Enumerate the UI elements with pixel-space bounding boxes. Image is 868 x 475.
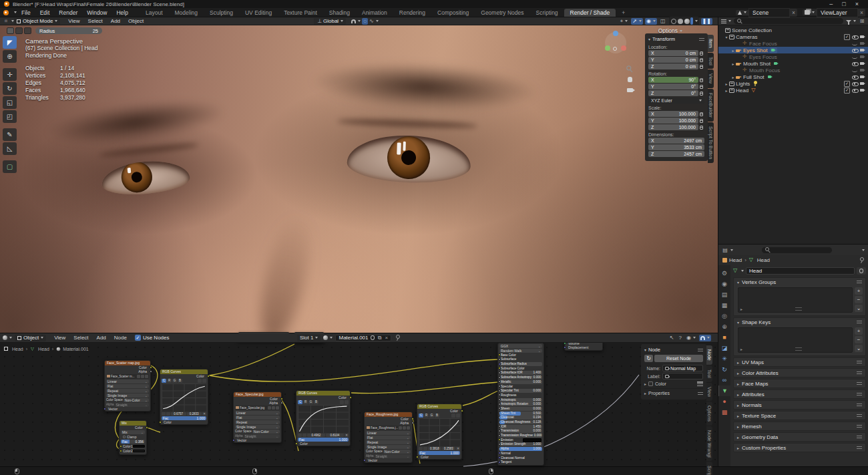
color-output-socket[interactable]: Color (417, 409, 461, 413)
tool-move[interactable]: ✛ (3, 68, 17, 81)
node-sidebar-tab[interactable]: Node (706, 345, 712, 365)
render-visibility-toggle[interactable] (859, 81, 866, 87)
tab-particles[interactable]: ✳ (718, 353, 730, 364)
node-header[interactable]: Face_Specular.jpg (234, 392, 281, 397)
workspace-tab[interactable]: Compositing (431, 9, 475, 17)
tab-scene[interactable]: ◎ (718, 311, 730, 321)
lock-icon[interactable] (700, 53, 703, 55)
viewlayer-selector[interactable]: ViewLayer × (803, 8, 865, 17)
hide-eye-toggle[interactable] (851, 74, 858, 80)
outliner-item-label[interactable]: Full Shot (743, 74, 765, 80)
bsdf-input-row[interactable]: Anisotropic 0.000 (499, 398, 542, 402)
channel-c-button[interactable]: C (298, 400, 302, 404)
node-header[interactable]: RGB Curves (296, 391, 350, 395)
extension-dropdown[interactable]: Repeat⌄ (366, 440, 411, 444)
lock-icon[interactable] (700, 59, 703, 62)
channel-g-button[interactable]: G (308, 400, 313, 404)
properties-search[interactable] (762, 247, 832, 253)
blend-mode-dropdown[interactable]: Mix⌄ (121, 430, 145, 434)
outliner-row[interactable]: ▸ Lights (718, 80, 868, 87)
color-checkbox[interactable] (648, 381, 653, 386)
viewlayer-unlink-button[interactable]: × (858, 9, 865, 17)
properties-panel[interactable]: Remesh (733, 422, 866, 431)
material-shading-icon[interactable] (684, 19, 690, 24)
render-visibility-toggle[interactable] (859, 47, 866, 53)
outliner-item-label[interactable]: Mouth Shot (743, 61, 771, 67)
axis-z-handle[interactable] (613, 31, 618, 36)
remove-shape-key-button[interactable]: − (855, 336, 863, 343)
scale-field[interactable]: X100.000 (648, 111, 698, 117)
rgb-curves-node[interactable]: RGB Curves Color C R G B 0.4962 (296, 390, 351, 446)
hide-eye-toggle[interactable] (851, 54, 858, 60)
material-browse-button[interactable] (323, 335, 333, 340)
bsdf-input-row[interactable]: Transmission 0.000 (499, 429, 542, 433)
properties-options-button[interactable] (862, 249, 865, 251)
menu-item[interactable]: File (17, 9, 35, 16)
editor-type-button[interactable]: ⌗ (3, 18, 14, 25)
workspace-tab[interactable]: Layout (140, 9, 169, 17)
outliner-filter-button[interactable] (846, 20, 856, 23)
bsdf-input-row[interactable]: Anisotropic Rotation 0.000 (499, 402, 542, 406)
outliner-item-label[interactable]: Eyes Focus (749, 54, 777, 60)
rendered-shading-icon[interactable] (690, 17, 693, 25)
hide-eye-toggle[interactable] (851, 61, 858, 67)
delete-point-button[interactable]: × (345, 434, 349, 438)
hide-eye-toggle[interactable] (851, 81, 858, 87)
dimension-field[interactable]: X2497 cm (648, 138, 704, 144)
falloff-selector[interactable]: ∿ (368, 18, 380, 25)
node-label-field[interactable] (662, 373, 703, 379)
outliner-row[interactable]: ▸ Full Shot (718, 73, 868, 80)
tab-object-data[interactable]: ▼ (718, 385, 730, 396)
context-path-button[interactable]: ? (678, 335, 683, 341)
hide-eye-toggle[interactable] (851, 88, 858, 94)
properties-panel[interactable]: Attributes (733, 389, 866, 399)
zoom-out-button[interactable] (202, 379, 206, 383)
remove-vertex-group-button[interactable]: − (855, 296, 863, 303)
sidebar-tab[interactable]: Tool (708, 53, 714, 69)
properties-panel[interactable]: UV Maps (733, 357, 866, 367)
curve-widget[interactable] (419, 418, 460, 446)
tab-material[interactable]: ● (718, 396, 730, 407)
curve-widget[interactable] (162, 383, 206, 412)
source-dropdown[interactable]: Single Image⌄ (366, 445, 411, 449)
workspace-tab[interactable]: + (616, 9, 631, 17)
lock-icon[interactable] (700, 80, 703, 82)
delete-point-button[interactable]: × (456, 447, 460, 451)
unlink-material-button[interactable]: × (385, 335, 389, 341)
editor-type-button[interactable] (3, 335, 12, 340)
workspace-tab[interactable]: Shading (323, 9, 356, 17)
sidebar-tab[interactable]: View (708, 69, 714, 88)
bsdf-input-row[interactable]: Specular (499, 385, 542, 389)
solid-shading-icon[interactable] (678, 19, 683, 24)
axis-x-handle[interactable] (621, 45, 626, 51)
shape-keys-list[interactable] (738, 327, 853, 353)
vertex-group-specials-button[interactable]: ⌄ (855, 305, 863, 312)
add-vertex-group-button[interactable]: + (855, 287, 863, 295)
sss-method-dropdown[interactable]: Random Walk⌄ (499, 349, 542, 353)
point-y-value[interactable]: 0.2833 (187, 412, 202, 416)
dimension-field[interactable]: Z2457 cm (648, 151, 704, 157)
node-menu-item[interactable]: Select (69, 335, 92, 341)
workspace-tab[interactable]: Scripting (530, 9, 564, 17)
projection-dropdown[interactable]: Flat⌄ (106, 384, 149, 388)
tab-world[interactable]: ⊕ (718, 321, 730, 332)
add-shape-key-button[interactable]: + (855, 327, 863, 335)
use-nodes-checkbox[interactable]: ✓Use Nodes (135, 335, 170, 341)
zoom-in-button[interactable] (340, 400, 344, 404)
bsdf-input-row[interactable]: Sheen 0.000 (499, 407, 542, 411)
source-dropdown[interactable]: Single Image⌄ (106, 393, 149, 398)
dimension-field[interactable]: Y3533 cm (648, 144, 704, 150)
tool-transform[interactable]: ◰ (3, 110, 17, 123)
bsdf-input-row[interactable]: Subsurface Anisotropy 0.000 (499, 375, 542, 379)
bsdf-input-row[interactable]: Emission (499, 438, 542, 442)
workspace-tab[interactable]: Geometry Nodes (475, 9, 529, 17)
show-overlays-toggle[interactable]: ◉ (645, 18, 657, 25)
hide-eye-toggle[interactable] (851, 41, 858, 47)
node-sidebar-tab[interactable]: View (706, 383, 712, 401)
location-field[interactable]: X0 cm (648, 50, 698, 56)
viewport-menu-item[interactable]: View (64, 18, 83, 24)
tool-add-cube[interactable]: ▢ (3, 160, 17, 173)
properties-panel[interactable]: Geometry Data (733, 432, 866, 442)
alpha-output-socket[interactable]: Alpha (234, 401, 281, 405)
handle-type-button[interactable] (162, 412, 166, 416)
